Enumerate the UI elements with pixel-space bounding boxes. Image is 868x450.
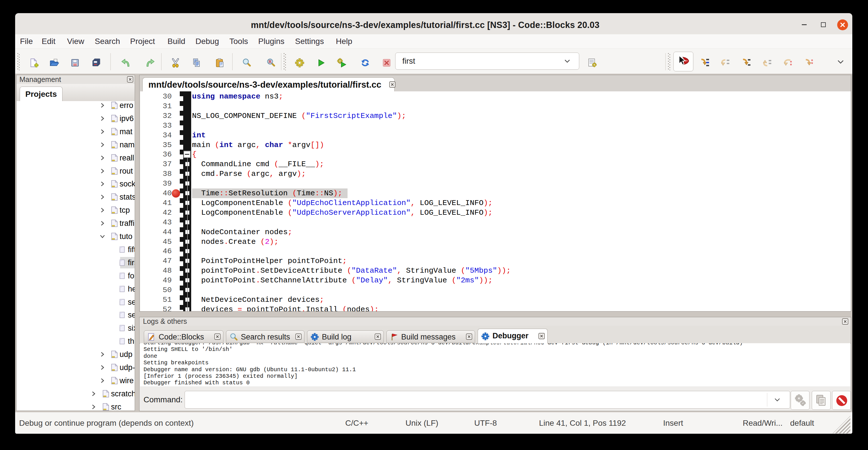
svg-text:R: R [269, 59, 272, 64]
